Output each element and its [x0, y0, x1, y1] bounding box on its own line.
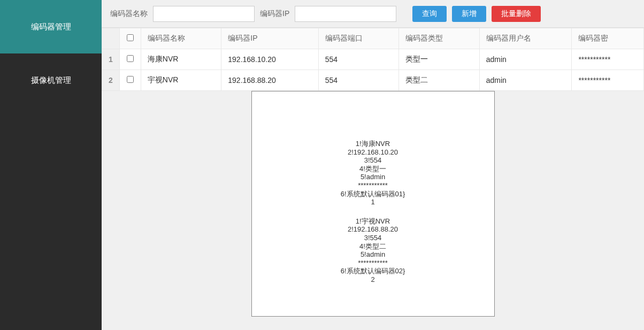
debug-panel: 1!海康NVR 2!192.168.10.20 3!554 4!类型一 5!ad…	[251, 91, 495, 317]
table-row: 1 海康NVR 192.168.10.20 554 类型一 admin ****…	[102, 49, 644, 70]
row-num: 1	[102, 49, 120, 70]
debug-line: 4!类型二	[263, 242, 484, 251]
debug-line: 1!宇视NVR	[263, 217, 484, 226]
debug-line: 3!554	[263, 156, 484, 165]
debug-block: 1!海康NVR 2!192.168.10.20 3!554 4!类型一 5!ad…	[263, 140, 484, 206]
sidebar-item-encoder[interactable]: 编码器管理	[0, 0, 102, 53]
cell-pass: ***********	[572, 70, 644, 91]
header-check	[119, 28, 141, 49]
table-row: 2 宇视NVR 192.168.88.20 554 类型二 admin ****…	[102, 70, 644, 91]
sidebar-item-label: 摄像机管理	[31, 75, 71, 86]
header-type: 编码器类型	[399, 28, 480, 49]
cell-type: 类型一	[399, 49, 480, 70]
cell-name: 宇视NVR	[141, 70, 221, 91]
header-num	[102, 28, 120, 49]
sidebar-item-label: 编码器管理	[31, 22, 71, 32]
debug-line: 5!admin	[263, 250, 484, 259]
query-button[interactable]: 查询	[412, 6, 447, 22]
row-checkbox[interactable]	[127, 76, 134, 83]
sidebar-item-camera[interactable]: 摄像机管理	[0, 53, 102, 107]
select-all-checkbox[interactable]	[127, 34, 134, 41]
debug-line: 2!192.168.10.20	[263, 148, 484, 157]
cell-type: 类型二	[399, 70, 480, 91]
ip-label: 编码器IP	[260, 9, 289, 19]
cell-pass: ***********	[572, 49, 644, 70]
debug-line: ***********	[263, 259, 484, 267]
debug-line: ***********	[263, 181, 484, 190]
header-ip: 编码器IP	[221, 28, 318, 49]
encoder-table: 编码器名称 编码器IP 编码器端口 编码器类型 编码器用户名 编码器密 1 海康…	[102, 28, 644, 91]
toolbar: 编码器名称 编码器IP 查询 新增 批量删除	[102, 0, 644, 28]
cell-user: admin	[479, 70, 572, 91]
sidebar: 编码器管理 摄像机管理	[0, 0, 102, 330]
debug-line: 2!192.168.88.20	[263, 225, 484, 234]
table-container: 编码器名称 编码器IP 编码器端口 编码器类型 编码器用户名 编码器密 1 海康…	[102, 28, 644, 91]
debug-block: 1!宇视NVR 2!192.168.88.20 3!554 4!类型二 5!ad…	[263, 217, 484, 284]
cell-ip: 192.168.88.20	[221, 70, 318, 91]
debug-line: 4!类型一	[263, 165, 484, 173]
header-name: 编码器名称	[141, 28, 221, 49]
row-checkbox[interactable]	[127, 55, 134, 62]
debug-line: 5!admin	[263, 173, 484, 181]
debug-line: 1!海康NVR	[263, 140, 484, 148]
header-pass: 编码器密	[572, 28, 644, 49]
add-button[interactable]: 新增	[452, 6, 486, 22]
debug-line: 1	[263, 198, 484, 206]
cell-port: 554	[318, 70, 399, 91]
debug-line: 6!系统默认编码器02}	[263, 267, 484, 275]
cell-name: 海康NVR	[141, 49, 221, 70]
cell-port: 554	[318, 49, 399, 70]
header-user: 编码器用户名	[479, 28, 572, 49]
header-port: 编码器端口	[318, 28, 399, 49]
encoder-name-input[interactable]	[153, 6, 255, 22]
cell-user: admin	[479, 49, 572, 70]
debug-line: 6!系统默认编码器01}	[263, 190, 484, 198]
main-content: 编码器名称 编码器IP 查询 新增 批量删除 编码器名称 编码器IP	[102, 0, 644, 330]
debug-line: 2	[263, 275, 484, 284]
debug-line: 3!554	[263, 234, 484, 242]
name-label: 编码器名称	[110, 9, 148, 19]
encoder-ip-input[interactable]	[295, 6, 396, 22]
cell-ip: 192.168.10.20	[221, 49, 318, 70]
batch-delete-button[interactable]: 批量删除	[492, 6, 541, 22]
row-num: 2	[102, 70, 120, 91]
